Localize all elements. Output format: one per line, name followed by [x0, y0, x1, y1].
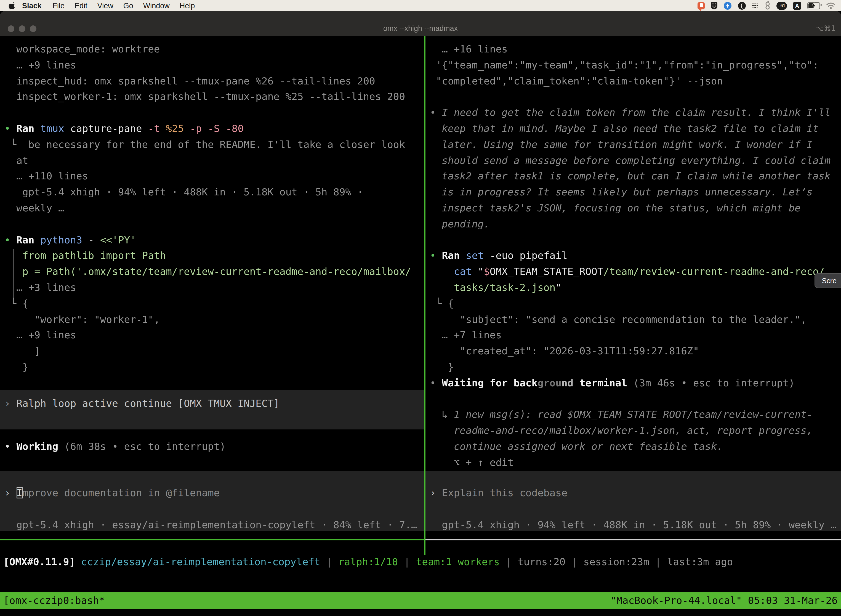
model-status-line-left: gpt-5.4 xhigh · essay/ai-reimplementatio… — [0, 517, 424, 533]
terminal-line: • Ran set -euo pipefail — [430, 248, 841, 264]
text-cursor: I — [16, 487, 22, 499]
window-shortcut-hint: ⌥⌘1 — [815, 24, 835, 32]
terminal-line: pending. — [430, 216, 841, 232]
terminal-line — [430, 232, 841, 248]
dots-grid-icon[interactable] — [752, 2, 759, 9]
terminal-line: continue assigned work or next feasible … — [430, 439, 841, 455]
letter-a-icon[interactable]: A — [793, 1, 801, 10]
tmux-window-name: [omx-cczip0:bash* — [3, 592, 105, 609]
terminal-line: at — [4, 153, 424, 169]
indent-guide — [13, 249, 14, 298]
terminal-line: inspect task2's JSON, focusing on the st… — [430, 200, 841, 216]
terminal-line — [430, 391, 841, 407]
apple-menu-icon[interactable] — [8, 1, 15, 10]
terminal-line: keep that in mind. Maybe I also need the… — [430, 121, 841, 137]
menu-item-view[interactable]: View — [92, 1, 119, 10]
terminal-line: inspect_hud: omx sparkshell --tmux-pane … — [4, 73, 424, 89]
terminal-line: └ { — [4, 296, 424, 312]
right-pane-scrollback: … +16 lines '{"team_name":"my-team","tas… — [425, 36, 841, 471]
terminal-line: later. Using the same for transition mig… — [430, 137, 841, 153]
menu-item-edit[interactable]: Edit — [70, 1, 92, 10]
menu-bar-status-icons: ..61 A — [697, 1, 841, 10]
battery-icon[interactable] — [807, 2, 820, 9]
terminal-line: └ be necessary for the end of the README… — [4, 137, 424, 153]
shield-grid-icon[interactable] — [711, 1, 717, 9]
terminal-line: … +110 lines — [4, 169, 424, 185]
terminal-line: '{"team_name":"my-team","task_id":"1","f… — [430, 57, 841, 73]
terminal-line: • Ran python3 - <<'PY' — [4, 232, 424, 248]
working-status-line: • Working (6m 38s • esc to interrupt) — [0, 439, 424, 455]
terminal-line: … +7 lines — [430, 328, 841, 343]
terminal-line: … +9 lines — [4, 328, 424, 343]
terminal-line: ⌥ + ↑ edit — [430, 455, 841, 471]
terminal-line: readme-and-reco/mailbox/worker-1.json, a… — [430, 423, 841, 439]
window-titlebar[interactable]: omx --xhigh --madmax ⌥⌘1 — [0, 11, 841, 37]
app-menu-items: SlackFileEditViewGoWindowHelp — [17, 1, 200, 10]
terminal-line — [4, 105, 424, 121]
terminal-window: omx --xhigh --madmax ⌥⌘1 workspace_mode:… — [0, 11, 841, 616]
terminal-line: tasks/task-2.json" — [430, 280, 841, 296]
terminal-line: } — [4, 359, 424, 375]
terminal-line: • Working (6m 38s • esc to interrupt) — [4, 439, 424, 455]
terminal-line: p = Path('.omx/state/team/review-current… — [4, 264, 424, 280]
terminal-line: "created_at": "2026-03-31T11:59:27.816Z" — [430, 343, 841, 359]
terminal-line: from pathlib import Path — [4, 248, 424, 264]
tmux-host-clock: "MacBook-Pro-44.local" 05:03 31-Mar-26 — [610, 592, 838, 609]
left-pane-scrollback: workspace_mode: worktree … +9 lines insp… — [0, 36, 424, 375]
terminal-line: weekly … — [4, 200, 424, 216]
terminal-line: › Explain this codebase — [430, 485, 841, 501]
squiggle-icon[interactable] — [765, 1, 771, 10]
indent-guide — [438, 265, 439, 296]
menu-item-file[interactable]: File — [48, 1, 70, 10]
tmux-status-bar: [omx-cczip0:bash* "MacBook-Pro-44.local"… — [0, 592, 841, 609]
pane-border-right — [425, 539, 841, 540]
menu-bar: SlackFileEditViewGoWindowHelp ..61 A — [0, 0, 841, 11]
terminal-line: "completed","claim_token":"claim-token"}… — [430, 73, 841, 89]
terminal-line: • Ran tmux capture-pane -t %25 -p -S -80 — [4, 121, 424, 137]
pane-border-left — [0, 539, 424, 540]
model-status-line-right: gpt-5.4 xhigh · 94% left · 488K in · 5.1… — [425, 517, 841, 533]
window-title: omx --xhigh --madmax — [0, 24, 841, 32]
terminal-line: task2 after task1 is complete, but can I… — [430, 169, 841, 185]
omx-session-status-bar: [OMX#0.11.9] cczip/essay/ai-reimplementa… — [0, 554, 841, 570]
terminal-line: … +9 lines — [4, 57, 424, 73]
menu-item-go[interactable]: Go — [119, 1, 138, 10]
ralph-loop-banner: › Ralph loop active continue [OMX_TMUX_I… — [0, 390, 424, 430]
terminal-line: cat "$OMX_TEAM_STATE_ROOT/team/review-cu… — [430, 264, 841, 280]
screen-tooltip: Scre — [815, 273, 841, 288]
terminal-line: … +16 lines — [430, 41, 841, 57]
terminal-line: [OMX#0.11.9] cczip/essay/ai-reimplementa… — [3, 554, 841, 570]
terminal-line: } — [430, 359, 841, 375]
wifi-icon[interactable] — [826, 2, 835, 9]
terminal-line: "subject": "send a concise recommendatio… — [430, 312, 841, 328]
tmux-session: workspace_mode: worktree … +9 lines insp… — [0, 36, 841, 616]
tmux-pane-right[interactable]: … +16 lines '{"team_name":"my-team","tas… — [425, 36, 841, 555]
terminal-line: should send a message before completing … — [430, 153, 841, 169]
terminal-line: • Waiting for background terminal (3m 46… — [430, 375, 841, 391]
terminal-line: ] — [4, 343, 424, 359]
chat-app-icon[interactable] — [697, 2, 705, 9]
terminal-line: is in progress? It seems likely but perh… — [430, 184, 841, 200]
terminal-line — [430, 89, 841, 105]
badge-61-icon[interactable]: ..61 — [777, 1, 787, 10]
terminal-line: inspect_worker-1: omx sparkshell --tmux-… — [4, 89, 424, 105]
terminal-line: workspace_mode: worktree — [4, 41, 424, 57]
desktop: SlackFileEditViewGoWindowHelp ..61 A — [0, 0, 841, 616]
terminal-line: › Improve documentation in @filename — [4, 485, 424, 501]
terminal-line: └ { — [430, 296, 841, 312]
terminal-line: "worker": "worker-1", — [4, 312, 424, 328]
menu-item-help[interactable]: Help — [175, 1, 200, 10]
terminal-line: gpt-5.4 xhigh · 94% left · 488K in · 5.1… — [4, 184, 424, 200]
terminal-line: gpt-5.4 xhigh · essay/ai-reimplementatio… — [4, 517, 424, 533]
terminal-line: … +3 lines — [4, 280, 424, 296]
menu-item-slack[interactable]: Slack — [17, 1, 48, 10]
menu-item-window[interactable]: Window — [138, 1, 175, 10]
tmux-pane-left[interactable]: workspace_mode: worktree … +9 lines insp… — [0, 36, 424, 555]
terminal-line: • I need to get the claim token from the… — [430, 105, 841, 121]
terminal-line: › Ralph loop active continue [OMX_TMUX_I… — [4, 396, 424, 412]
terminal-line — [4, 216, 424, 232]
terminal-line: gpt-5.4 xhigh · 94% left · 488K in · 5.1… — [430, 517, 841, 533]
terminal-line: ↳ 1 new msg(s): read $OMX_TEAM_STATE_ROO… — [430, 407, 841, 423]
crescent-circle-icon[interactable] — [738, 1, 746, 10]
speedtest-bolt-icon[interactable] — [724, 1, 732, 10]
